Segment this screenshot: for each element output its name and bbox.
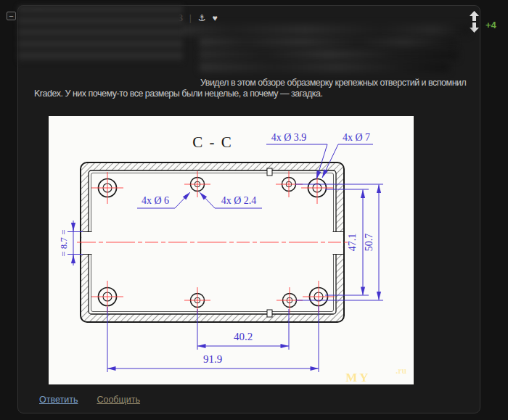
watermark-text: MY <box>345 371 370 384</box>
collapse-comment-button[interactable]: − <box>7 12 16 20</box>
dim-vertical-inner: 47.1 <box>347 234 358 252</box>
header-separator: | <box>189 13 192 23</box>
watermark-domain: .ru <box>396 366 406 376</box>
favorite-heart-icon[interactable]: ♥ <box>213 13 218 23</box>
anchor-link-icon[interactable]: ⚓ <box>198 13 206 23</box>
comment-actions: Ответить Сообщить <box>39 395 140 405</box>
upvote-arrow-icon[interactable] <box>470 11 479 21</box>
enclosure-cross-section-drawing: C - C 4x Ø 3.9 4x Ø 7 4x Ø 6 4x Ø 2.4 = … <box>49 116 414 384</box>
dim-slot-height: = 8.7 = <box>58 229 69 256</box>
blurred-text-block <box>18 6 183 62</box>
report-link[interactable]: Сообщить <box>97 395 140 405</box>
dim-label-mid-inner: 4x Ø 2.4 <box>221 195 257 206</box>
dim-horizontal-inner: 40.2 <box>234 331 253 342</box>
vote-controls <box>470 11 479 34</box>
comment-rating: +4 <box>486 20 496 30</box>
reply-link[interactable]: Ответить <box>39 395 78 405</box>
blurred-text-strip <box>172 25 469 36</box>
blurred-text-line <box>200 38 455 47</box>
dim-label-corner-inner: 4x Ø 3.9 <box>271 132 307 143</box>
comment-card: Leoniv | 01 марта 2026, 22:23 | ⚓ ♥ Тоже… <box>17 5 480 413</box>
blurred-text-line <box>200 50 458 59</box>
dim-label-mid-outer: 4x Ø 6 <box>142 195 169 206</box>
dim-horizontal-outer: 91.9 <box>203 353 222 365</box>
comment-text-line-1: Увидел в этом обзоре образмерку крепежны… <box>200 78 466 88</box>
downvote-arrow-icon[interactable] <box>470 22 479 33</box>
section-title: C - C <box>192 133 233 151</box>
embedded-drawing-image[interactable]: C - C 4x Ø 3.9 4x Ø 7 4x Ø 6 4x Ø 2.4 = … <box>49 116 414 384</box>
comment-text-line-2: Kradex. У них почему-то все размеры были… <box>34 88 322 99</box>
dim-label-corner-outer: 4x Ø 7 <box>343 132 370 143</box>
dim-vertical-outer: 50.7 <box>364 234 374 252</box>
blurred-text-line <box>200 62 449 72</box>
